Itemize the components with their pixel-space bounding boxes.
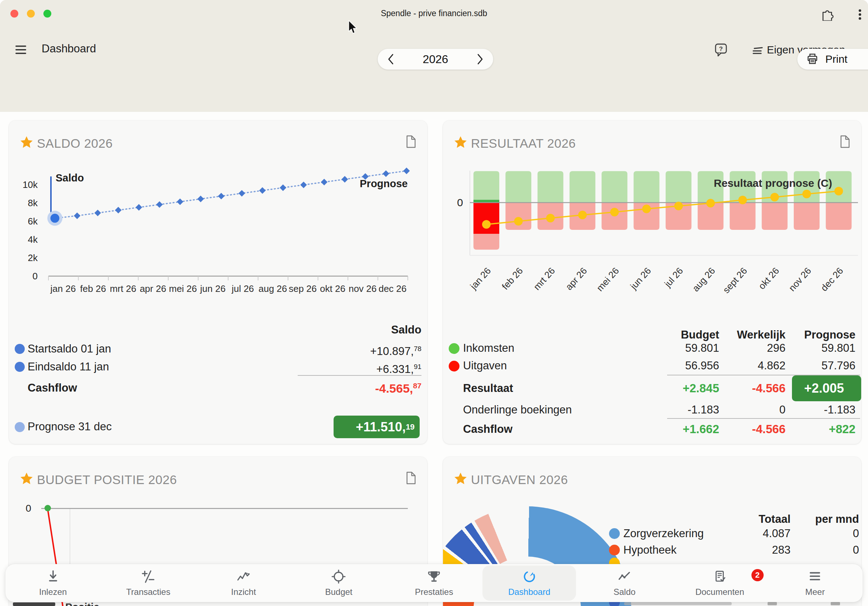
divider <box>298 375 422 376</box>
y-tick: 6k <box>28 216 38 226</box>
x-tick: jan 26 <box>50 283 76 294</box>
nav-label: Inzicht <box>231 587 256 597</box>
legend-label: Hypotheek <box>623 543 676 557</box>
legend-dot <box>449 361 459 372</box>
card-title: UITGAVEN 2026 <box>471 473 568 487</box>
report-page-icon[interactable] <box>406 471 417 485</box>
legend-dot <box>609 528 620 539</box>
zero-label: 0 <box>25 503 31 514</box>
legend-dot <box>15 422 25 432</box>
nav-item-prestaties[interactable]: Prestaties <box>387 566 481 601</box>
print-label: Print <box>825 53 848 65</box>
y-tick: 10k <box>23 179 38 190</box>
nav-item-dashboard[interactable]: Dashboard <box>482 566 577 601</box>
download-icon <box>45 569 60 584</box>
prognose-label: Prognose 31 dec <box>28 420 112 433</box>
report-page-icon[interactable] <box>406 135 417 149</box>
plusminus-icon <box>141 569 156 584</box>
x-tick: okt 26 <box>320 283 346 294</box>
column-header: Totaal <box>711 513 790 526</box>
x-tick: feb 26 <box>500 265 525 292</box>
nav-label: Budget <box>325 587 352 597</box>
nav-item-inzicht[interactable]: Inzicht <box>197 566 290 601</box>
x-tick: jan 26 <box>468 265 493 291</box>
saldo-row-label: Eindsaldo 11 jan <box>28 360 109 374</box>
cell-value: +822 <box>762 422 856 436</box>
x-tick: apr 26 <box>140 283 166 294</box>
menu-icon <box>808 569 823 584</box>
row-label: Uitgaven <box>463 359 507 373</box>
saldo-value-header: Saldo <box>260 324 422 336</box>
saldo-row-value: +10.897,78 <box>260 342 422 356</box>
chevron-left-icon[interactable] <box>386 52 395 66</box>
y-tick: 0 <box>33 271 38 282</box>
x-tick: feb 26 <box>80 283 106 294</box>
kebab-menu-icon[interactable] <box>859 8 861 21</box>
nav-item-inlezen[interactable]: Inlezen <box>6 566 100 601</box>
per-month-value: 0 <box>780 543 859 557</box>
favorite-star-icon[interactable] <box>454 136 467 149</box>
zero-label: 0 <box>457 197 463 208</box>
x-tick: apr 26 <box>564 265 589 292</box>
x-tick: aug 26 <box>259 283 287 294</box>
card-title: SALDO 2026 <box>37 136 113 150</box>
bottom-navbar: InlezenTransactiesInzichtBudgetPrestatie… <box>5 564 863 602</box>
x-tick: dec 26 <box>818 265 845 293</box>
x-tick: nov 26 <box>787 265 814 293</box>
cell-value: +2.005 <box>792 375 856 401</box>
year-value: 2026 <box>423 53 448 66</box>
target-icon <box>331 569 346 584</box>
nav-item-documenten[interactable]: Documenten2 <box>673 566 767 601</box>
cell-value: 57.796 <box>762 359 856 373</box>
cell-value: -4.566 <box>692 381 786 395</box>
notification-badge: 2 <box>752 569 764 581</box>
x-tick: sep 26 <box>289 283 317 294</box>
cashflow-label: Cashflow <box>28 381 77 394</box>
net-worth-lines-icon <box>751 46 763 56</box>
extension-puzzle-icon[interactable] <box>820 7 834 21</box>
clipped-value <box>831 602 840 605</box>
print-button[interactable]: Print <box>797 49 868 70</box>
help-icon[interactable]: ? <box>714 42 730 58</box>
favorite-star-icon[interactable] <box>20 136 33 149</box>
x-tick: jul 26 <box>231 283 254 294</box>
prognose-badge: +11.510,19 <box>333 415 420 438</box>
cell-value: -1.183 <box>762 403 856 417</box>
doc-icon <box>712 569 727 584</box>
cashflow-value: -4.565,87 <box>260 381 422 395</box>
column-header: per mnd <box>780 513 859 526</box>
row-label: Inkomsten <box>463 341 515 355</box>
card-title: RESULTAAT 2026 <box>471 136 576 150</box>
insight-icon <box>236 569 251 584</box>
per-month-value: 0 <box>780 527 859 540</box>
report-page-icon[interactable] <box>840 135 851 149</box>
nav-item-transacties[interactable]: Transacties <box>101 566 195 601</box>
page-title: Dashboard <box>42 42 96 55</box>
x-tick: mei 26 <box>169 283 197 294</box>
legend-dot <box>15 344 25 354</box>
nav-item-budget[interactable]: Budget <box>292 566 386 601</box>
x-tick: nov 26 <box>349 283 377 294</box>
x-tick: aug 26 <box>690 265 718 294</box>
gauge-icon <box>522 569 537 584</box>
x-tick: okt 26 <box>756 265 781 291</box>
chevron-right-icon[interactable] <box>475 52 485 66</box>
printer-icon <box>806 53 819 66</box>
y-tick: 4k <box>28 234 38 245</box>
legend-dot <box>609 545 620 555</box>
year-selector[interactable]: 2026 <box>378 49 493 70</box>
app-window: Spendle - prive financien.sdb Dashboard … <box>0 0 868 606</box>
series-label-saldo: Saldo <box>56 172 84 184</box>
nav-item-meer[interactable]: Meer <box>768 566 862 601</box>
saldo-line-chart: 10k8k6k4k2k0jan 26feb 26mrt 26apr 26mei … <box>9 164 427 307</box>
favorite-star-icon[interactable] <box>20 472 33 485</box>
nav-label: Saldo <box>613 587 635 597</box>
nav-label: Meer <box>805 587 825 597</box>
trophy-icon <box>426 569 442 584</box>
nav-label: Transacties <box>126 587 170 597</box>
hamburger-menu-icon[interactable] <box>15 45 27 55</box>
nav-item-saldo[interactable]: Saldo <box>578 566 671 601</box>
line-label: Resultaat prognose (C) <box>714 177 832 189</box>
x-tick: jul 26 <box>662 265 685 289</box>
favorite-star-icon[interactable] <box>454 472 467 485</box>
